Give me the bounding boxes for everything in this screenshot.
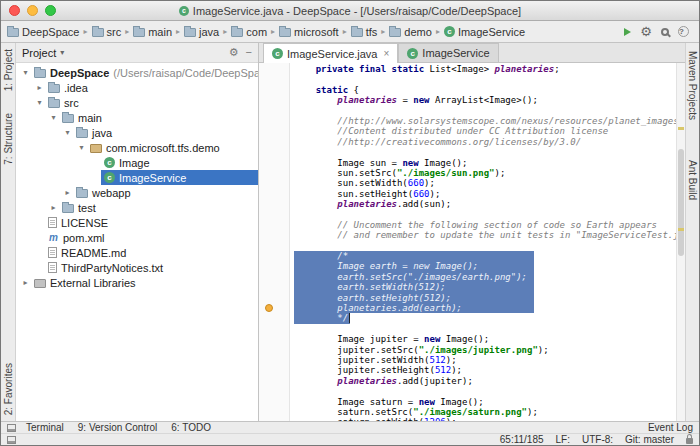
code-line[interactable]: earth.setSrc("./images/earth.png"); <box>294 272 685 282</box>
hide-panel-icon[interactable]: − <box>246 46 252 59</box>
chevron-down-icon[interactable]: ▾ <box>34 98 45 107</box>
breadcrumb-item[interactable]: DeepSpace <box>7 26 80 38</box>
code-line[interactable] <box>294 106 685 116</box>
breadcrumb-item[interactable]: com <box>231 26 267 38</box>
settings-gear-icon[interactable]: ⚙ <box>229 46 239 59</box>
code-line[interactable] <box>294 324 685 334</box>
toolwindow-switcher-icon[interactable] <box>7 424 16 432</box>
lock-icon[interactable] <box>686 438 693 444</box>
code-line[interactable]: saturn.setSrc("./images/saturn.png"); <box>294 407 685 417</box>
quick-access-icon[interactable] <box>7 436 16 444</box>
tree-item-image[interactable]: cImage <box>16 155 258 170</box>
code-line[interactable]: jupiter.setWidth(512); <box>294 355 685 365</box>
code-line[interactable]: // and remember to update the unit tests… <box>294 230 685 240</box>
close-icon[interactable]: × <box>384 48 390 59</box>
tool-tab-ant-build[interactable]: Ant Build <box>687 160 698 200</box>
code-line[interactable]: jupiter.setSrc("./images/jupiter.png"); <box>294 345 685 355</box>
code-line[interactable] <box>294 209 685 219</box>
chevron-right-icon[interactable]: ▸ <box>62 188 73 197</box>
code-line[interactable]: saturn.setWidth(1206); <box>294 417 685 421</box>
code-line[interactable]: /* <box>294 251 685 261</box>
caret-position[interactable]: 65:11/185 <box>500 434 544 445</box>
code-line[interactable]: Image sun = new Image(); <box>294 158 685 168</box>
chevron-right-icon[interactable]: ▸ <box>48 203 59 212</box>
tree-item-license[interactable]: LICENSE <box>16 215 258 230</box>
tree-item-deepspace[interactable]: ▾DeepSpace (/Users/raisap/Code/DeepSpace… <box>16 65 258 80</box>
tree-item-java[interactable]: ▾java <box>16 125 258 140</box>
tree-item-pom-xml[interactable]: mpom.xml <box>16 230 258 245</box>
code-line[interactable]: */ <box>294 313 685 323</box>
tool-button-6-todo[interactable]: 6: TODO <box>171 422 211 433</box>
tool-button-9-version-control[interactable]: 9: Version Control <box>78 422 158 433</box>
tree-item-external-libraries[interactable]: ▸External Libraries <box>16 275 258 290</box>
tree-item-idea[interactable]: ▸.idea <box>16 80 258 95</box>
tool-tab-1-project[interactable]: 1: Project <box>3 49 14 91</box>
run-icon[interactable] <box>624 28 631 36</box>
code-line[interactable] <box>294 386 685 396</box>
file-encoding[interactable]: UTF-8: <box>582 434 613 445</box>
breadcrumb-item[interactable]: java <box>184 26 219 38</box>
chevron-right-icon[interactable]: ▸ <box>20 278 31 287</box>
help-icon[interactable]: ? <box>678 26 689 37</box>
tree-item-main[interactable]: ▾main <box>16 110 258 125</box>
minimize-window-button[interactable] <box>27 5 38 16</box>
code-line[interactable]: planetaries.add(sun); <box>294 199 685 209</box>
chevron-down-icon[interactable]: ▾ <box>76 143 87 152</box>
code-line[interactable]: earth.setWidth(512); <box>294 282 685 292</box>
editor-tab-imageservice-java[interactable]: cImageService.java× <box>263 43 398 63</box>
tool-tab-7-structure[interactable]: 7: Structure <box>3 113 14 165</box>
settings-gear-icon[interactable]: ⚙ <box>640 24 652 39</box>
editor-gutter[interactable] <box>259 63 290 421</box>
code-line[interactable]: sun.setHeight(660); <box>294 189 685 199</box>
line-separator[interactable]: LF: <box>556 434 570 445</box>
code-line[interactable]: Image earth = new Image(); <box>294 261 685 271</box>
code-line[interactable] <box>294 74 685 84</box>
code-line[interactable]: planetaries.add(earth); <box>294 303 685 313</box>
breadcrumb-item[interactable]: main <box>133 26 172 38</box>
zoom-window-button[interactable] <box>45 5 56 16</box>
code-line[interactable]: earth.setHeight(512); <box>294 293 685 303</box>
code-line[interactable]: // Uncomment the following section of co… <box>294 220 685 230</box>
tool-tab-maven-projects[interactable]: Maven Projects <box>687 51 698 120</box>
code-line[interactable]: Image jupiter = new Image(); <box>294 334 685 344</box>
tool-button-terminal[interactable]: Terminal <box>26 422 64 433</box>
code-area[interactable]: private final static List<Image> planeta… <box>290 63 685 421</box>
tree-item-readme-md[interactable]: README.md <box>16 245 258 260</box>
code-line[interactable]: static { <box>294 85 685 95</box>
code-line[interactable] <box>294 147 685 157</box>
breadcrumb-item[interactable]: cImageService <box>444 26 525 38</box>
search-icon[interactable] <box>661 28 669 36</box>
code-line[interactable]: //http://creativecommons.org/licenses/by… <box>294 137 685 147</box>
git-branch[interactable]: Git: master <box>625 434 674 445</box>
tree-item-test[interactable]: ▸test <box>16 200 258 215</box>
code-line[interactable]: planetaries = new ArrayList<Image>(); <box>294 95 685 105</box>
code-line[interactable]: Image saturn = new Image(); <box>294 397 685 407</box>
editor-scrollbar[interactable] <box>676 63 685 421</box>
code-line[interactable]: //Content distributed under CC Attributi… <box>294 126 685 136</box>
chevron-down-icon[interactable]: ▾ <box>62 128 73 137</box>
chevron-down-icon[interactable]: ▾ <box>20 68 31 77</box>
editor-tab-imageservice[interactable]: cImageService <box>398 43 498 62</box>
code-line[interactable]: sun.setSrc("./images/sun.png"); <box>294 168 685 178</box>
code-line[interactable]: private final static List<Image> planeta… <box>294 64 685 74</box>
tree-item-thirdpartynotices-txt[interactable]: ThirdPartyNotices.txt <box>16 260 258 275</box>
code-line[interactable]: jupiter.setHeight(512); <box>294 365 685 375</box>
chevron-down-icon[interactable]: ▾ <box>48 113 59 122</box>
code-line[interactable]: //http://www.solarsystemscope.com/nexus/… <box>294 116 685 126</box>
chevron-down-icon[interactable]: ▾ <box>60 48 64 57</box>
close-window-button[interactable] <box>9 5 20 16</box>
tool-button-event-log[interactable]: Event Log <box>648 422 693 433</box>
code-line[interactable]: planetaries.add(jupiter); <box>294 376 685 386</box>
breadcrumb-item[interactable]: tfs <box>351 26 378 38</box>
code-line[interactable] <box>294 241 685 251</box>
scrollbar-thumb[interactable] <box>678 149 684 256</box>
code-line[interactable]: sun.setWidth(660); <box>294 178 685 188</box>
breadcrumb-item[interactable]: src <box>92 26 122 38</box>
tree-item-com-microsoft-tfs-demo[interactable]: ▾com.microsoft.tfs.demo <box>16 140 258 155</box>
tree-item-imageservice[interactable]: cImageService <box>16 170 258 185</box>
tree-item-webapp[interactable]: ▸webapp <box>16 185 258 200</box>
breadcrumb-item[interactable]: demo <box>389 26 432 38</box>
breadcrumb-item[interactable]: microsoft <box>279 26 339 38</box>
tool-tab-2-favorites[interactable]: 2: Favorites <box>3 363 14 415</box>
chevron-right-icon[interactable]: ▸ <box>34 83 45 92</box>
